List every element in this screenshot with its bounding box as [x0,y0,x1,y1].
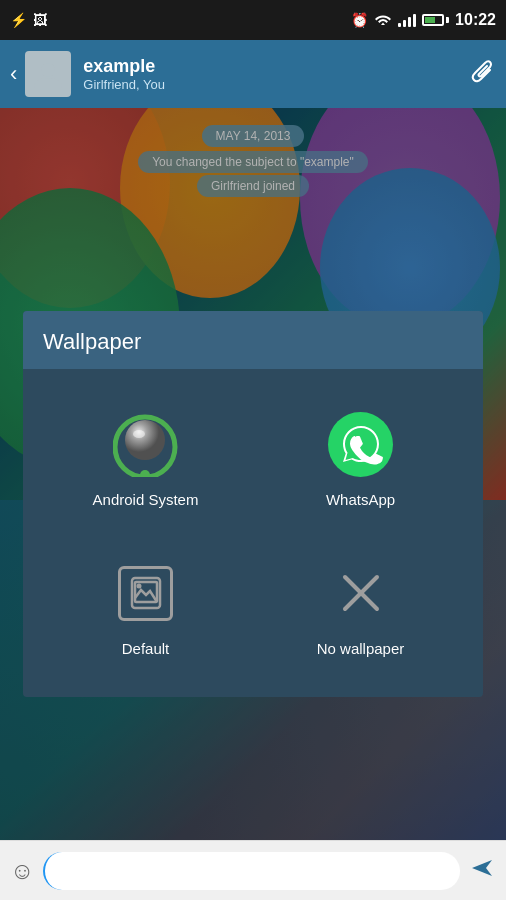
emoji-button[interactable]: ☺ [10,857,35,885]
status-time: 10:22 [455,11,496,29]
whatsapp-icon [328,412,393,477]
alarm-icon: ⏰ [351,12,368,28]
avatar [25,51,71,97]
option-no-wallpaper-label: No wallpaper [317,640,405,657]
svg-point-2 [125,420,165,460]
default-icon [118,566,173,621]
dialog-title: Wallpaper [43,329,463,355]
status-left-icons: ⚡ 🖼 [10,12,47,28]
chat-subtitle: Girlfriend, You [83,77,470,92]
default-icon-wrapper [111,558,181,628]
message-input[interactable] [43,852,460,890]
svg-point-7 [136,584,141,589]
no-wallpaper-icon [333,566,388,621]
back-button[interactable]: ‹ [10,61,17,87]
dialog-body: Android System WhatsApp [23,369,483,697]
dialog-overlay: Wallpaper [0,108,506,900]
svg-point-3 [133,430,145,438]
status-bar: ⚡ 🖼 ⏰ 10:22 [0,0,506,40]
option-android-system-label: Android System [93,491,199,508]
bottom-bar: ☺ [0,840,506,900]
svg-point-0 [41,63,55,77]
option-default-label: Default [122,640,170,657]
status-right-icons: ⏰ 10:22 [351,11,496,29]
attach-icon[interactable] [470,58,496,90]
wifi-icon [374,12,392,29]
whatsapp-icon-wrapper [326,409,396,479]
signal-icon [398,13,416,27]
option-whatsapp[interactable]: WhatsApp [258,389,463,528]
title-bar: ‹ example Girlfriend, You [0,40,506,108]
option-android-system[interactable]: Android System [43,389,248,528]
option-whatsapp-label: WhatsApp [326,491,395,508]
dialog-header: Wallpaper [23,311,483,369]
send-button[interactable] [468,854,496,888]
chat-title: example [83,56,470,77]
battery-indicator [422,14,449,26]
no-wallpaper-icon-wrapper [326,558,396,628]
wallpaper-dialog: Wallpaper [23,311,483,697]
option-no-wallpaper[interactable]: No wallpaper [258,538,463,677]
svg-point-4 [140,470,150,477]
android-system-icon-wrapper [111,409,181,479]
title-info: example Girlfriend, You [83,56,470,92]
option-default[interactable]: Default [43,538,248,677]
image-icon: 🖼 [33,12,47,28]
usb-icon: ⚡ [10,12,27,28]
